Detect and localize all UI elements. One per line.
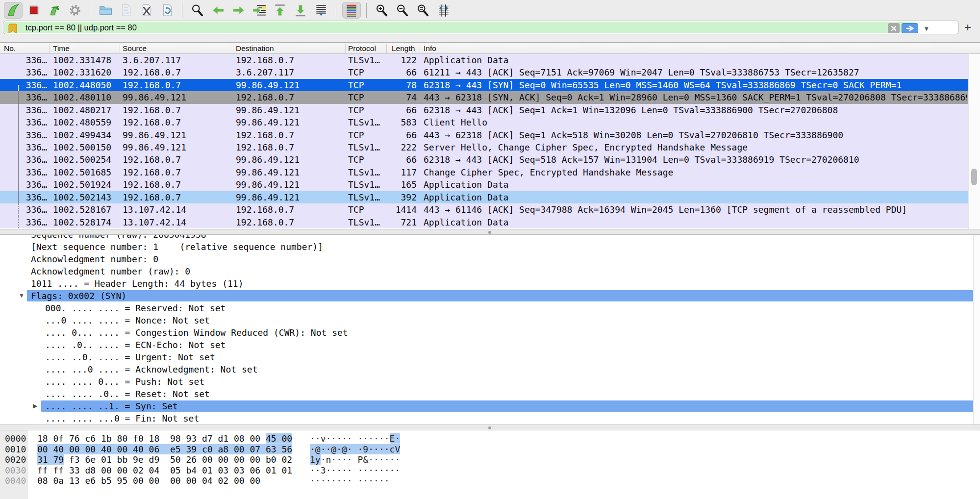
zoom-in-button[interactable] [373, 2, 391, 19]
expander-open-icon[interactable]: ▼ [19, 290, 25, 302]
start-capture-button[interactable] [4, 2, 23, 19]
close-file-button[interactable] [137, 2, 156, 19]
filter-bookmark-icon[interactable] [8, 24, 17, 34]
packet-row[interactable]: 336…1002.3314783.6.207.117192.168.0.7TLS… [0, 54, 968, 66]
detail-line[interactable]: .... .... 0... = Push: Not set [0, 375, 980, 388]
cell-info: Client Hello [424, 116, 967, 128]
hex-row[interactable]: 002031 79 f3 6e 01 bb 9e d9 50 26 00 00 … [0, 454, 980, 465]
expander-closed-icon[interactable]: ▶ [33, 400, 37, 412]
hex-ascii[interactable]: ········ ······ [310, 475, 390, 486]
detail-line[interactable]: .... 0... .... = Congestion Window Reduc… [0, 326, 980, 339]
packet-row[interactable]: 336…1002.48011099.86.49.121192.168.0.7TC… [0, 91, 968, 103]
column-header-source[interactable]: Source [123, 43, 221, 54]
detail-line[interactable]: Sequence number (raw): 2665041958 [0, 235, 980, 241]
go-to-packet-button[interactable] [250, 2, 269, 19]
find-packet-button[interactable] [188, 2, 207, 19]
hex-row[interactable]: 004008 0a 13 e6 b5 95 00 00 00 00 04 02 … [0, 475, 980, 486]
column-header-length[interactable]: Length [392, 43, 418, 54]
hex-ascii-highlighted: ·@··@·@· ·9····cV [310, 444, 400, 454]
packet-row[interactable]: 336…1002.501685192.168.0.799.86.49.121TL… [0, 166, 968, 178]
open-file-button[interactable] [96, 2, 115, 19]
detail-line[interactable]: 000. .... .... = Reserved: Not set [0, 302, 980, 314]
display-filter-input[interactable]: tcp.port == 80 || udp.port == 80 ▼ [3, 21, 959, 34]
column-header-info[interactable]: Info [424, 43, 522, 54]
cell-no: 336… [0, 129, 47, 141]
hex-bytes[interactable]: 08 0a 13 e6 b5 95 00 00 00 00 04 02 00 0… [37, 475, 260, 486]
packet-list-pane: No.TimeSourceDestinationProtocolLengthIn… [0, 43, 980, 229]
hex-bytes[interactable]: 31 79 f3 6e 01 bb 9e d9 50 26 00 00 00 0… [37, 454, 292, 465]
detail-line[interactable]: .... .0.. .... = ECN-Echo: Not set [0, 339, 980, 351]
column-separator[interactable] [233, 44, 233, 53]
hex-bytes[interactable]: 00 40 00 00 40 00 40 06 e5 39 c0 a8 00 0… [37, 444, 292, 455]
detail-line[interactable]: .... ..0. .... = Urgent: Not set [0, 351, 980, 363]
hex-ascii[interactable]: 1y·n···· P&······ [310, 454, 400, 465]
cell-destination: 192.168.0.7 [236, 91, 347, 103]
packet-row[interactable]: 336…1002.448050192.168.0.799.86.49.121TC… [0, 79, 968, 91]
cell-time: 1002.500254 [53, 153, 122, 166]
detail-line[interactable]: Acknowledgment number (raw): 0 [0, 265, 980, 277]
packet-details-scrollbar[interactable] [973, 235, 980, 424]
column-separator[interactable] [120, 44, 120, 53]
filter-apply-button[interactable] [902, 23, 918, 33]
detail-line[interactable]: .... .... ...0 = Fin: Not set [0, 412, 980, 424]
capture-options-button[interactable] [66, 2, 84, 19]
zoom-out-button[interactable] [393, 2, 412, 19]
hex-ascii[interactable]: ··v····· ······E· [310, 433, 400, 444]
main-toolbar: 0101 [3, 1, 454, 20]
filter-dropdown-chevron-icon[interactable]: ▼ [921, 23, 932, 34]
save-file-button[interactable]: 0101 [117, 2, 135, 19]
hex-row[interactable]: 0030ff ff 33 d8 00 00 02 04 05 b4 01 03 … [0, 465, 980, 476]
packet-list-scrollbar-thumb[interactable] [971, 169, 977, 185]
packet-row[interactable]: 336…1002.480217192.168.0.799.86.49.121TC… [0, 104, 968, 116]
go-forward-button[interactable] [229, 2, 248, 19]
packet-row[interactable]: 336…1002.502143192.168.0.799.86.49.121TL… [0, 191, 968, 203]
packet-row[interactable]: 336…1002.331620192.168.0.73.6.207.117TCP… [0, 66, 968, 78]
column-separator[interactable] [386, 44, 387, 53]
packet-row[interactable]: 336…1002.501924192.168.0.799.86.49.121TL… [0, 178, 968, 191]
hex-ascii[interactable]: ··3····· ········ [310, 465, 400, 476]
column-separator[interactable] [420, 44, 420, 53]
auto-scroll-button[interactable] [312, 2, 330, 19]
packet-list-scrollbar[interactable] [968, 54, 980, 229]
detail-line[interactable]: .... ...0 .... = Acknowledgment: Not set [0, 363, 980, 375]
packet-row[interactable]: 336…1002.500254192.168.0.799.86.49.121TC… [0, 153, 968, 166]
detail-line[interactable]: .... .... .0.. = Reset: Not set [0, 388, 980, 400]
go-to-top-button[interactable] [271, 2, 289, 19]
packet-row[interactable]: 336…1002.49943499.86.49.121192.168.0.7TC… [0, 129, 968, 141]
go-forward-icon [231, 3, 246, 18]
hex-bytes[interactable]: ff ff 33 d8 00 00 02 04 05 b4 01 03 03 0… [37, 465, 292, 476]
details-bytes-splitter[interactable] [0, 424, 980, 430]
hex-ascii[interactable]: ·@··@·@· ·9····cV [310, 444, 400, 455]
resize-columns-button[interactable] [434, 2, 453, 19]
cell-protocol: TLSv1… [348, 178, 386, 191]
packet-row[interactable]: 336…1002.480559192.168.0.799.86.49.121TL… [0, 116, 968, 128]
detail-line[interactable]: ...0 .... .... = Nonce: Not set [0, 314, 980, 326]
hex-row[interactable]: 000018 0f 76 c6 1b 80 f0 18 98 93 d7 d1 … [0, 433, 980, 444]
colorize-button[interactable] [342, 2, 361, 19]
restart-capture-button[interactable] [45, 2, 64, 19]
packet-row[interactable]: 336…1002.52817413.107.42.14192.168.0.7TL… [0, 216, 968, 228]
packet-row[interactable]: 336…1002.52816713.107.42.14192.168.0.7TC… [0, 203, 968, 216]
column-separator[interactable] [345, 44, 346, 53]
go-to-bottom-button[interactable] [291, 2, 310, 19]
detail-line[interactable]: [Next sequence number: 1 (relative seque… [0, 241, 980, 253]
cell-no: 336… [0, 153, 47, 166]
cell-source: 192.168.0.7 [123, 104, 233, 116]
stop-capture-button[interactable] [25, 2, 43, 19]
column-separator[interactable] [49, 44, 50, 53]
detail-line[interactable]: ▼Flags: 0x002 (SYN) [0, 290, 980, 302]
filter-add-button[interactable]: + [960, 21, 975, 34]
column-header-destination[interactable]: Destination [236, 43, 334, 54]
hex-row[interactable]: 001000 40 00 00 40 00 40 06 e5 39 c0 a8 … [0, 444, 980, 455]
detail-line[interactable]: ▶.... .... ..1. = Syn: Set [0, 400, 980, 412]
go-back-button[interactable] [209, 2, 227, 19]
packet-row[interactable]: 336…1002.50015099.86.49.121192.168.0.7TL… [0, 141, 968, 153]
reload-file-button[interactable] [158, 2, 176, 19]
detail-line[interactable]: Acknowledgment number: 0 [0, 253, 980, 265]
splitter-handle-icon [488, 231, 491, 234]
list-details-splitter[interactable] [0, 229, 980, 235]
filter-clear-button[interactable] [888, 23, 900, 33]
zoom-original-button[interactable] [414, 2, 432, 19]
detail-line[interactable]: 1011 .... = Header Length: 44 bytes (11) [0, 277, 980, 290]
hex-bytes[interactable]: 18 0f 76 c6 1b 80 f0 18 98 93 d7 d1 08 0… [37, 433, 292, 444]
